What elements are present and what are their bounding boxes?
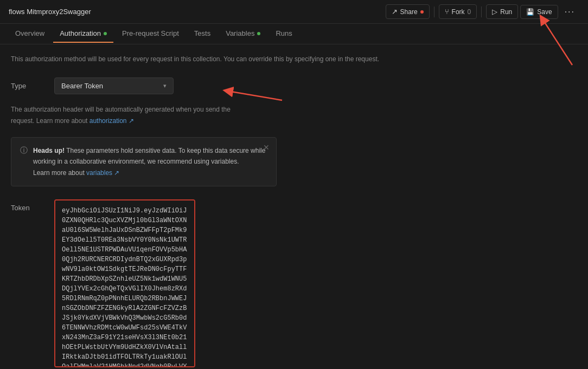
share-icon: ↗: [392, 8, 398, 16]
tab-runs-label: Runs: [276, 29, 292, 37]
topbar: flows Mitmproxy2Swagger ↗ Share ⑂ Fork 0…: [0, 0, 588, 24]
alert-learn: Learn more about: [33, 169, 86, 177]
more-button[interactable]: ···: [560, 4, 579, 20]
share-button[interactable]: ↗ Share: [386, 4, 430, 19]
content-area: This authorization method will be used f…: [0, 44, 588, 369]
alert-header: ⓘ Heads up! These parameters hold sensit…: [20, 145, 267, 178]
tab-variables-label: Variables: [226, 29, 254, 37]
description-text: This authorization method will be used f…: [11, 54, 577, 64]
variables-link[interactable]: variables ↗: [86, 169, 119, 177]
fork-label: Fork: [452, 8, 465, 16]
alert-bold: Heads up!: [33, 147, 65, 154]
tab-authorization-label: Authorization: [60, 29, 101, 37]
type-select-value: Bearer Token: [61, 82, 103, 90]
tab-pre-request-script[interactable]: Pre-request Script: [116, 25, 186, 43]
tab-variables[interactable]: Variables: [219, 25, 267, 43]
token-row: Token: [11, 199, 577, 367]
variables-dot: [257, 32, 260, 35]
fork-button[interactable]: ⑂ Fork 0: [439, 4, 477, 19]
token-input[interactable]: [54, 199, 195, 367]
alert-close-button[interactable]: ✕: [263, 143, 270, 152]
auth-info-line1: The authorization header will be automat…: [11, 106, 231, 113]
tab-tests[interactable]: Tests: [188, 25, 217, 43]
tab-overview-label: Overview: [15, 29, 44, 37]
divider: [434, 7, 434, 17]
alert-text: Heads up! These parameters hold sensitiv…: [33, 145, 267, 178]
run-icon: ▷: [492, 8, 497, 16]
info-icon: ⓘ: [20, 146, 28, 156]
run-button[interactable]: ▷ Run: [486, 4, 518, 19]
divider2: [481, 7, 482, 17]
topbar-actions: ↗ Share ⑂ Fork 0 ▷ Run 💾 Save ···: [386, 4, 579, 20]
share-label: Share: [400, 8, 418, 16]
tab-runs[interactable]: Runs: [269, 25, 298, 43]
tab-tests-label: Tests: [194, 29, 210, 37]
auth-link[interactable]: authorization ↗: [90, 117, 134, 125]
run-label: Run: [500, 8, 512, 16]
save-icon: 💾: [526, 8, 534, 16]
type-label: Type: [11, 82, 43, 90]
tab-overview[interactable]: Overview: [9, 25, 51, 43]
share-dot: [420, 10, 424, 14]
alert-body: These parameters hold sensitive data. To…: [33, 147, 265, 165]
save-button[interactable]: 💾 Save: [520, 5, 558, 19]
chevron-down-icon: ▾: [163, 82, 167, 89]
authorization-dot: [104, 32, 107, 35]
type-select-dropdown[interactable]: Bearer Token ▾: [54, 77, 174, 94]
auth-info-line2: request. Learn more about: [11, 117, 90, 125]
alert-box: ⓘ Heads up! These parameters hold sensit…: [11, 137, 277, 186]
fork-icon: ⑂: [445, 8, 449, 16]
tab-pre-request-label: Pre-request Script: [122, 29, 179, 37]
token-label: Token: [11, 199, 43, 212]
tab-authorization[interactable]: Authorization: [53, 25, 113, 43]
tabbar: Overview Authorization Pre-request Scrip…: [0, 24, 588, 44]
fork-count: 0: [468, 8, 471, 16]
app-title: flows Mitmproxy2Swagger: [9, 8, 386, 16]
auth-info: The authorization header will be automat…: [11, 104, 577, 126]
save-label: Save: [537, 8, 552, 16]
type-row: Type Bearer Token ▾: [11, 77, 577, 94]
